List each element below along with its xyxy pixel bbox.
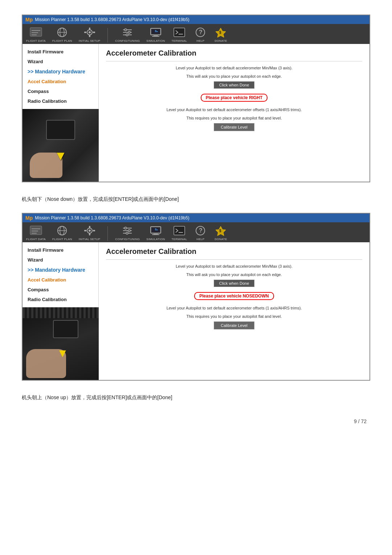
screenshot-block-2: Mp Mission Planner 1.3.58 build 1.3.6808… [22, 213, 370, 381]
click-done-btn-1[interactable]: Click when Done [214, 81, 255, 89]
toolbar-label-donate-1: DONATE [215, 39, 227, 42]
toolbar-terminal-2[interactable]: TERMINAL [172, 224, 187, 241]
gear-icon-2 [83, 224, 97, 237]
arrow-2: ▼ [57, 347, 69, 360]
globe-icon-2 [55, 224, 69, 237]
toolbar-donate-2[interactable]: $ DONATE [214, 224, 228, 241]
app-icon-1: Mp [25, 17, 33, 23]
toolbar-divider-1 [107, 28, 108, 42]
content-title-2: Accelerometer Calibration [106, 247, 362, 256]
toolbar-flight-plan-2[interactable]: FLIGHT PLAN [52, 224, 72, 241]
desc2-2: This will ask you to place your autopilo… [106, 272, 362, 278]
sidebar-compass-2[interactable]: Compass [23, 285, 98, 295]
separator-2 [106, 259, 362, 260]
please-place-label-2: Please place vehicle NOSEDOWN [194, 292, 274, 300]
svg-text:?: ? [199, 227, 203, 234]
sidebar-wizard-2[interactable]: Wizard [23, 255, 98, 265]
svg-rect-41 [89, 233, 90, 235]
toolbar-flight-data-1[interactable]: FLIGHT DATA [26, 26, 46, 42]
toolbar-config-2[interactable]: CONFIG/TUNING [115, 224, 140, 241]
flight-controller-1 [46, 120, 75, 140]
content-area-2: Accelerometer Calibration Level your Aut… [99, 242, 369, 380]
sidebar-accel-calibration-1[interactable]: Accel Calibration [23, 77, 98, 86]
sidebar-wrapper-1: Install Firmware Wizard >> Mandatory Har… [23, 44, 99, 182]
svg-point-45 [124, 227, 127, 229]
toolbar-label-donate-2: DONATE [215, 238, 227, 241]
globe-icon-1 [55, 26, 69, 39]
sidebar-1: Install Firmware Wizard >> Mandatory Har… [23, 44, 99, 109]
arrow-1: ▼ [54, 148, 67, 163]
sidebar-radio-calibration-1[interactable]: Radio Calibration [23, 96, 98, 106]
device-photo-1: ▼ [23, 109, 99, 182]
toolbar-flight-data-2[interactable]: FLIGHT DATA [26, 224, 46, 241]
toolbar-terminal-1[interactable]: TERMINAL [172, 26, 187, 42]
svg-rect-11 [84, 32, 86, 33]
toolbar-label-config-1: CONFIG/TUNING [115, 39, 140, 42]
toolbar-donate-1[interactable]: $ DONATE [214, 26, 228, 42]
desc1-1: Level your Autopilot to set default acce… [106, 65, 362, 71]
sidebar-install-firmware-2[interactable]: Install Firmware [23, 245, 98, 255]
level-section-1: Level your Autopilot to set default acce… [106, 107, 362, 131]
svg-rect-40 [89, 226, 90, 228]
sidebar-install-firmware-1[interactable]: Install Firmware [23, 47, 98, 57]
donate-icon-2: $ [214, 224, 228, 237]
app-icon-2: Mp [25, 215, 33, 221]
svg-point-47 [128, 230, 130, 232]
sidebar-mandatory-hardware-1[interactable]: >> Mandatory Hardware [23, 66, 98, 77]
toolbar-help-2[interactable]: ? HELP [193, 224, 207, 241]
toolbar-label-flight-data-1: FLIGHT DATA [26, 39, 46, 42]
sidebar-accel-calibration-2[interactable]: Accel Calibration [23, 275, 98, 285]
sidebar-wizard-1[interactable]: Wizard [23, 57, 98, 66]
level-desc1-1: Level your Autopilot to set default acce… [106, 107, 362, 113]
device-photo-2: ▼ [23, 307, 99, 380]
content-section-2: Level your Autopilot to set default acce… [106, 263, 362, 287]
page-container: Mp Mission Planner 1.3.58 build 1.3.6808… [22, 15, 370, 424]
click-done-btn-2[interactable]: Click when Done [214, 280, 255, 287]
calibrate-level-btn-1[interactable]: Calibrate Level [214, 123, 254, 131]
sidebar-radio-calibration-2[interactable]: Radio Calibration [23, 295, 98, 304]
toolbar-label-flight-plan-2: FLIGHT PLAN [52, 238, 72, 241]
toolbar-2: FLIGHT DATA FLIGHT PLAN [23, 222, 369, 242]
sidebar-image-2: ▼ [23, 307, 99, 380]
sidebar-2: Install Firmware Wizard >> Mandatory Har… [23, 242, 99, 307]
svg-point-8 [89, 31, 91, 33]
svg-rect-9 [89, 28, 90, 30]
svg-text:?: ? [199, 29, 203, 35]
toolbar-config-1[interactable]: CONFIG/TUNING [115, 26, 140, 42]
separator-1 [106, 61, 362, 61]
svg-point-49 [126, 232, 128, 234]
sidebar-compass-1[interactable]: Compass [23, 86, 98, 96]
caption-1: 机头朝下（Nose down）放置，完成后按[ENTER]或点画面中的[Done… [22, 195, 370, 204]
toolbar-label-simulation-1: SIMULATION [146, 39, 165, 42]
toolbar-label-help-1: HELP [196, 39, 204, 42]
main-content-2: Install Firmware Wizard >> Mandatory Har… [23, 242, 369, 380]
calibrate-level-btn-2[interactable]: Calibrate Level [214, 321, 254, 329]
place-section-1: Please place vehicle RIGHT [106, 94, 362, 102]
simulation-icon-2 [149, 224, 163, 237]
gear-icon-1 [83, 26, 97, 39]
svg-point-39 [89, 230, 91, 232]
toolbar-label-terminal-2: TERMINAL [172, 238, 187, 241]
level-desc1-2: Level your Autopilot to set default acce… [106, 305, 362, 311]
toolbar-initial-setup-2[interactable]: INITIAL SETUP [79, 224, 101, 241]
sidebar-mandatory-hardware-2[interactable]: >> Mandatory Hardware [23, 265, 98, 275]
screenshot-block-1: Mp Mission Planner 1.3.58 build 1.3.6808… [22, 15, 370, 182]
svg-rect-12 [93, 32, 95, 33]
toolbar-simulation-1[interactable]: SIMULATION [146, 26, 165, 42]
toolbar-label-flight-data-2: FLIGHT DATA [26, 238, 46, 241]
content-area-1: Accelerometer Calibration Level your Aut… [99, 44, 369, 182]
toolbar-help-1[interactable]: ? HELP [193, 26, 207, 42]
config-icon-2 [121, 224, 134, 237]
toolbar-divider-2 [107, 226, 108, 241]
svg-text:$: $ [219, 31, 221, 35]
toolbar-simulation-2[interactable]: SIMULATION [146, 224, 165, 241]
toolbar-initial-setup-1[interactable]: INITIAL SETUP [79, 26, 101, 42]
level-section-2: Level your Autopilot to set default acce… [106, 305, 362, 329]
svg-point-14 [124, 29, 127, 31]
svg-rect-25 [174, 28, 185, 37]
toolbar-label-initial-setup-1: INITIAL SETUP [79, 39, 101, 42]
svg-text:$: $ [219, 229, 221, 233]
flight-data-icon-2 [29, 224, 43, 237]
caption-2: 机头朝上（Nose up）放置，完成后按[ENTER]或点画面中的[Done] [22, 393, 370, 402]
toolbar-flight-plan-1[interactable]: FLIGHT PLAN [52, 26, 72, 42]
